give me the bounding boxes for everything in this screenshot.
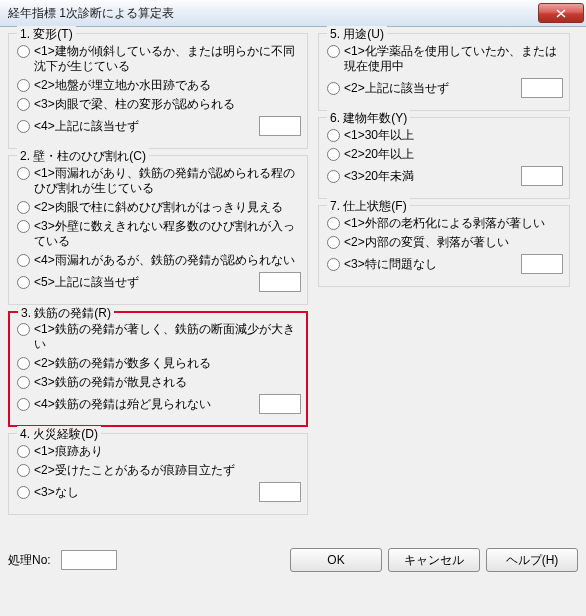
radio-g5-2[interactable] xyxy=(327,82,340,95)
client-area: 1. 変形(T) <1>建物が傾斜しているか、または明らかに不同沈下が生じている… xyxy=(0,27,586,575)
group-legend: 7. 仕上状態(F) xyxy=(327,198,410,215)
radio-g6-2[interactable] xyxy=(327,148,340,161)
radio-g7-1[interactable] xyxy=(327,217,340,230)
cancel-button[interactable]: キャンセル xyxy=(388,548,480,572)
option-label: <1>痕跡あり xyxy=(34,444,301,459)
option-label: <1>雨漏れがあり、鉄筋の発錆が認められる程のひび割れが生じている xyxy=(34,166,301,196)
close-button[interactable] xyxy=(538,3,584,23)
ok-button[interactable]: OK xyxy=(290,548,382,572)
score-field-g3[interactable] xyxy=(259,394,301,414)
radio-g6-1[interactable] xyxy=(327,129,340,142)
score-field-g7[interactable] xyxy=(521,254,563,274)
radio-g4-2[interactable] xyxy=(17,464,30,477)
option-label: <2>受けたことがあるが痕跡目立たず xyxy=(34,463,301,478)
group-deformation: 1. 変形(T) <1>建物が傾斜しているか、または明らかに不同沈下が生じている… xyxy=(8,33,308,149)
radio-g4-1[interactable] xyxy=(17,445,30,458)
option-label: <5>上記に該当せず xyxy=(34,275,259,290)
radio-g3-3[interactable] xyxy=(17,376,30,389)
radio-g6-3[interactable] xyxy=(327,170,340,183)
group-finish: 7. 仕上状態(F) <1>外部の老朽化による剥落が著しい <2>内部の変質、剥… xyxy=(318,205,570,287)
score-field-g2[interactable] xyxy=(259,272,301,292)
radio-g7-2[interactable] xyxy=(327,236,340,249)
option-label: <1>鉄筋の発錆が著しく、鉄筋の断面減少が大きい xyxy=(34,322,301,352)
radio-g3-2[interactable] xyxy=(17,357,30,370)
radio-g1-1[interactable] xyxy=(17,45,30,58)
option-label: <4>雨漏れがあるが、鉄筋の発錆が認められない xyxy=(34,253,301,268)
title-bar: 経年指標 1次診断による算定表 xyxy=(0,0,586,27)
option-label: <2>地盤が埋立地か水田跡である xyxy=(34,78,301,93)
radio-g1-3[interactable] xyxy=(17,98,30,111)
radio-g5-1[interactable] xyxy=(327,45,340,58)
radio-g4-3[interactable] xyxy=(17,486,30,499)
score-field-g5[interactable] xyxy=(521,78,563,98)
radio-g1-4[interactable] xyxy=(17,120,30,133)
option-label: <1>建物が傾斜しているか、または明らかに不同沈下が生じている xyxy=(34,44,301,74)
radio-g2-5[interactable] xyxy=(17,276,30,289)
option-label: <3>鉄筋の発錆が散見される xyxy=(34,375,301,390)
option-label: <2>鉄筋の発錆が数多く見られる xyxy=(34,356,301,371)
group-legend: 1. 変形(T) xyxy=(17,26,76,43)
option-label: <2>肉眼で柱に斜めひび割れがはっきり見える xyxy=(34,200,301,215)
option-label: <3>外壁に数えきれない程多数のひび割れが入っている xyxy=(34,219,301,249)
group-legend: 5. 用途(U) xyxy=(327,26,387,43)
option-label: <3>20年未満 xyxy=(344,169,521,184)
group-rebar-rust: 3. 鉄筋の発錆(R) <1>鉄筋の発錆が著しく、鉄筋の断面減少が大きい <2>… xyxy=(8,311,308,427)
process-no-label: 処理No: xyxy=(8,552,51,569)
radio-g2-4[interactable] xyxy=(17,254,30,267)
radio-g2-3[interactable] xyxy=(17,220,30,233)
group-legend: 4. 火災経験(D) xyxy=(17,426,101,443)
help-button[interactable]: ヘルプ(H) xyxy=(486,548,578,572)
group-fire: 4. 火災経験(D) <1>痕跡あり <2>受けたことがあるが痕跡目立たず <3… xyxy=(8,433,308,515)
option-label: <4>上記に該当せず xyxy=(34,119,259,134)
group-legend: 6. 建物年数(Y) xyxy=(327,110,410,127)
radio-g3-1[interactable] xyxy=(17,323,30,336)
group-legend: 3. 鉄筋の発錆(R) xyxy=(18,305,114,322)
option-label: <4>鉄筋の発錆は殆ど見られない xyxy=(34,397,259,412)
close-icon xyxy=(556,9,566,18)
radio-g3-4[interactable] xyxy=(17,398,30,411)
option-label: <1>30年以上 xyxy=(344,128,563,143)
score-field-g6[interactable] xyxy=(521,166,563,186)
window-title: 経年指標 1次診断による算定表 xyxy=(8,5,174,22)
score-field-g4[interactable] xyxy=(259,482,301,502)
group-usage: 5. 用途(U) <1>化学薬品を使用していたか、または現在使用中 <2>上記に… xyxy=(318,33,570,111)
radio-g1-2[interactable] xyxy=(17,79,30,92)
footer-bar: 処理No: OK キャンセル ヘルプ(H) xyxy=(8,545,578,575)
option-label: <2>内部の変質、剥落が著しい xyxy=(344,235,563,250)
option-label: <2>上記に該当せず xyxy=(344,81,521,96)
group-legend: 2. 壁・柱のひび割れ(C) xyxy=(17,148,149,165)
radio-g7-3[interactable] xyxy=(327,258,340,271)
group-age: 6. 建物年数(Y) <1>30年以上 <2>20年以上 <3>20年未満 xyxy=(318,117,570,199)
option-label: <3>肉眼で梁、柱の変形が認められる xyxy=(34,97,301,112)
option-label: <3>なし xyxy=(34,485,259,500)
score-field-g1[interactable] xyxy=(259,116,301,136)
option-label: <1>化学薬品を使用していたか、または現在使用中 xyxy=(344,44,563,74)
group-crack: 2. 壁・柱のひび割れ(C) <1>雨漏れがあり、鉄筋の発錆が認められる程のひび… xyxy=(8,155,308,305)
option-label: <2>20年以上 xyxy=(344,147,563,162)
process-no-field[interactable] xyxy=(61,550,117,570)
radio-g2-2[interactable] xyxy=(17,201,30,214)
radio-g2-1[interactable] xyxy=(17,167,30,180)
option-label: <3>特に問題なし xyxy=(344,257,521,272)
option-label: <1>外部の老朽化による剥落が著しい xyxy=(344,216,563,231)
